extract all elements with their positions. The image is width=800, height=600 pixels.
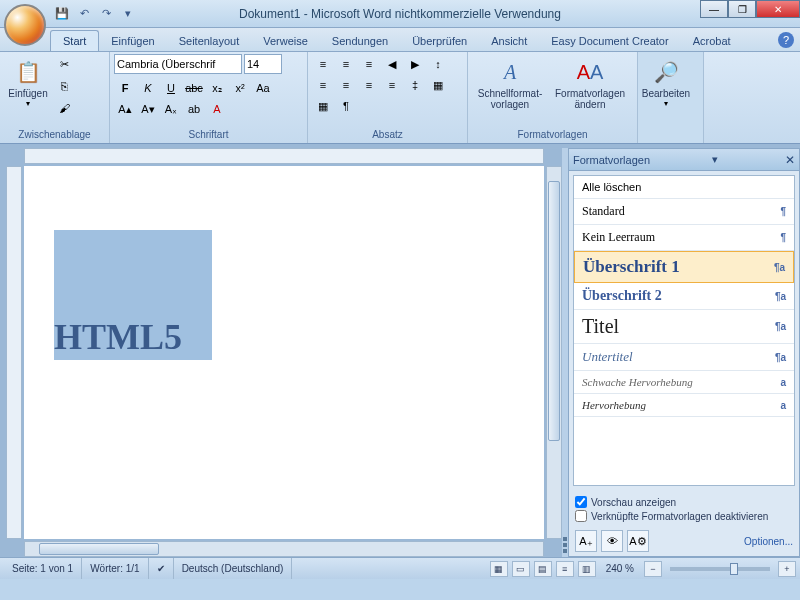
strike-button[interactable]: abc: [183, 78, 205, 98]
vertical-scrollbar[interactable]: [546, 166, 562, 539]
word-count[interactable]: Wörter: 1/1: [82, 558, 148, 579]
change-styles-button[interactable]: AA Formatvorlagen ändern: [550, 54, 630, 112]
document-area: HTML5: [4, 148, 562, 557]
font-color-button[interactable]: A: [206, 99, 228, 119]
style-item[interactable]: Titel¶a: [574, 310, 794, 344]
bullets-button[interactable]: ≡: [312, 54, 334, 74]
font-family-combo[interactable]: Cambria (Überschrif: [114, 54, 242, 74]
numbering-button[interactable]: ≡: [335, 54, 357, 74]
tab-sendungen[interactable]: Sendungen: [320, 31, 400, 51]
language-indicator[interactable]: Deutsch (Deutschland): [174, 558, 293, 579]
italic-button[interactable]: K: [137, 78, 159, 98]
zoom-thumb[interactable]: [730, 563, 738, 575]
zoom-slider[interactable]: [670, 567, 770, 571]
manage-styles-button[interactable]: A⚙: [627, 530, 649, 552]
qat-customize-icon[interactable]: ▾: [118, 4, 138, 24]
ribbon-tabs: StartEinfügenSeitenlayoutVerweiseSendung…: [0, 28, 800, 52]
vertical-ruler[interactable]: [6, 166, 22, 539]
tab-einfügen[interactable]: Einfügen: [99, 31, 166, 51]
tab-easy-document-creator[interactable]: Easy Document Creator: [539, 31, 680, 51]
quick-access-toolbar: 💾 ↶ ↷ ▾: [52, 4, 138, 24]
ribbon: 📋 Einfügen ▾ ✂ ⎘ 🖌 Zwischenablage Cambri…: [0, 52, 800, 144]
quick-styles-button[interactable]: A Schnellformat- vorlagen: [472, 54, 548, 112]
disable-linked-checkbox[interactable]: Verknüpfte Formatvorlagen deaktivieren: [575, 510, 793, 522]
change-case-button[interactable]: Aa: [252, 78, 274, 98]
save-icon[interactable]: 💾: [52, 4, 72, 24]
line-spacing-button[interactable]: ‡: [404, 75, 426, 95]
style-inspector-button[interactable]: 👁: [601, 530, 623, 552]
minimize-button[interactable]: —: [700, 0, 728, 18]
print-layout-view[interactable]: ▦: [490, 561, 508, 577]
copy-icon[interactable]: ⎘: [54, 76, 74, 96]
tab-verweise[interactable]: Verweise: [251, 31, 320, 51]
pane-close-icon[interactable]: ✕: [785, 153, 795, 167]
scrollbar-thumb[interactable]: [548, 181, 560, 441]
preview-checkbox[interactable]: Vorschau anzeigen: [575, 496, 793, 508]
document-text[interactable]: HTML5: [54, 316, 182, 358]
pane-button-bar: A₊ 👁 A⚙ Optionen...: [569, 528, 799, 556]
underline-button[interactable]: U: [160, 78, 182, 98]
align-left-button[interactable]: ≡: [312, 75, 334, 95]
tab-acrobat[interactable]: Acrobat: [681, 31, 743, 51]
page-viewport[interactable]: HTML5: [24, 166, 544, 539]
maximize-button[interactable]: ❐: [728, 0, 756, 18]
highlight-button[interactable]: ab: [183, 99, 205, 119]
justify-button[interactable]: ≡: [381, 75, 403, 95]
options-link[interactable]: Optionen...: [744, 536, 793, 547]
pane-menu-icon[interactable]: ▾: [712, 153, 718, 166]
editing-button[interactable]: 🔎 Bearbeiten ▾: [642, 54, 690, 110]
superscript-button[interactable]: x²: [229, 78, 251, 98]
style-clear-all[interactable]: Alle löschen: [574, 176, 794, 199]
cut-icon[interactable]: ✂: [54, 54, 74, 74]
style-item[interactable]: Standard¶: [574, 199, 794, 225]
new-style-button[interactable]: A₊: [575, 530, 597, 552]
close-button[interactable]: ✕: [756, 0, 800, 18]
style-item[interactable]: Überschrift 2¶a: [574, 283, 794, 310]
style-item[interactable]: Überschrift 1¶a: [574, 251, 794, 283]
tab-start[interactable]: Start: [50, 30, 99, 51]
draft-view[interactable]: ▥: [578, 561, 596, 577]
clear-format-button[interactable]: Aₓ: [160, 99, 182, 119]
redo-icon[interactable]: ↷: [96, 4, 116, 24]
zoom-out-button[interactable]: −: [644, 561, 662, 577]
style-item[interactable]: Kein Leerraum¶: [574, 225, 794, 251]
zoom-percent[interactable]: 240 %: [606, 563, 634, 574]
shading-button[interactable]: ▦: [427, 75, 449, 95]
indent-left-button[interactable]: ◀: [381, 54, 403, 74]
shrink-font-button[interactable]: A▾: [137, 99, 159, 119]
subscript-button[interactable]: x₂: [206, 78, 228, 98]
undo-icon[interactable]: ↶: [74, 4, 94, 24]
office-button[interactable]: [4, 4, 46, 46]
help-icon[interactable]: ?: [778, 32, 794, 48]
align-center-button[interactable]: ≡: [335, 75, 357, 95]
web-view[interactable]: ▤: [534, 561, 552, 577]
align-right-button[interactable]: ≡: [358, 75, 380, 95]
tab-ansicht[interactable]: Ansicht: [479, 31, 539, 51]
show-marks-button[interactable]: ¶: [335, 96, 357, 116]
tab-seitenlayout[interactable]: Seitenlayout: [167, 31, 252, 51]
multilevel-button[interactable]: ≡: [358, 54, 380, 74]
grow-font-button[interactable]: A▴: [114, 99, 136, 119]
tab-überprüfen[interactable]: Überprüfen: [400, 31, 479, 51]
style-item[interactable]: Schwache Hervorhebunga: [574, 371, 794, 394]
zoom-in-button[interactable]: +: [778, 561, 796, 577]
indent-right-button[interactable]: ▶: [404, 54, 426, 74]
horizontal-ruler[interactable]: [24, 148, 544, 164]
style-item[interactable]: Untertitel¶a: [574, 344, 794, 371]
bold-button[interactable]: F: [114, 78, 136, 98]
format-painter-icon[interactable]: 🖌: [54, 98, 74, 118]
scrollbar-thumb[interactable]: [39, 543, 159, 555]
sort-button[interactable]: ↕: [427, 54, 449, 74]
font-size-combo[interactable]: 14: [244, 54, 282, 74]
outline-view[interactable]: ≡: [556, 561, 574, 577]
style-list[interactable]: Alle löschen Standard¶Kein Leerraum¶Über…: [573, 175, 795, 486]
proofing-icon[interactable]: ✔: [149, 558, 174, 579]
page-indicator[interactable]: Seite: 1 von 1: [4, 558, 82, 579]
style-item[interactable]: Hervorhebunga: [574, 394, 794, 417]
horizontal-scrollbar[interactable]: [24, 541, 544, 557]
pane-header[interactable]: Formatvorlagen ▾ ✕: [569, 149, 799, 171]
borders-button[interactable]: ▦: [312, 96, 334, 116]
fullscreen-view[interactable]: ▭: [512, 561, 530, 577]
page[interactable]: HTML5: [24, 166, 544, 539]
paste-button[interactable]: 📋 Einfügen ▾: [4, 54, 52, 110]
